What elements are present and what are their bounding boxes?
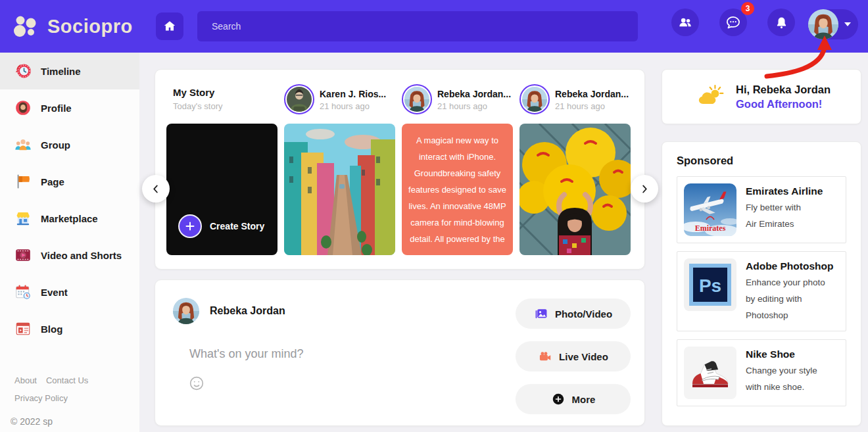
sidebar-item-marketplace[interactable]: Marketplace: [0, 200, 139, 237]
notifications-button[interactable]: [767, 9, 795, 36]
flag-icon: [14, 173, 32, 190]
live-video-label: Live Video: [559, 351, 608, 362]
my-story-title: My Story: [173, 87, 214, 98]
story-user-name: Rebeka Jordan...: [437, 89, 511, 99]
greeting-name: Hi, Rebeka Jordan: [736, 84, 831, 96]
stories-card: My Story Today's story Create Story: [155, 69, 645, 270]
story-user-name: Rebeka Jordan...: [555, 89, 629, 99]
story-photo-balloons[interactable]: [519, 124, 631, 255]
ad-title: Adobe Photoshop: [746, 260, 833, 272]
ad-nike[interactable]: Nike Shoe Change your style with nike sh…: [677, 339, 846, 406]
ad-desc-line: with nike shoe.: [746, 379, 817, 396]
sidebar-item-blog[interactable]: Blog: [0, 310, 139, 347]
copyright-text: © 2022 sp: [0, 416, 139, 427]
create-story-tile[interactable]: Create Story: [166, 124, 277, 255]
about-link[interactable]: About: [14, 375, 37, 385]
story-text: A magical new way to interact with iPhon…: [402, 132, 513, 247]
create-story-plus-icon[interactable]: [178, 214, 202, 238]
friends-icon: [677, 14, 693, 30]
chevron-right-icon: [637, 181, 652, 196]
ad-desc-line: by editing with: [746, 291, 833, 308]
sidebar-item-page[interactable]: Page: [0, 163, 139, 200]
greeting-message: Good Afternoon!: [736, 98, 831, 110]
post-composer-card: Rebeka Jordan What's on your mind? Photo…: [155, 279, 645, 426]
composer-avatar: [173, 298, 199, 324]
storefront-icon: [14, 210, 32, 227]
sponsored-card: Sponsored: [662, 141, 861, 426]
ad-title: Emirates Airline: [746, 185, 823, 197]
sidebar-item-profile[interactable]: Profile: [0, 89, 139, 126]
home-icon: [162, 19, 177, 34]
story-column: Karen J. Rios... 21 hours ago: [284, 80, 395, 255]
sidebar-item-label: Blog: [41, 324, 62, 335]
photo-icon: [534, 306, 548, 321]
left-sidebar: Timeline Profile: [0, 53, 139, 432]
my-story-subtitle: Today's story: [173, 101, 222, 111]
sidebar-item-label: Event: [41, 287, 68, 298]
friends-button[interactable]: [671, 9, 699, 36]
search-input[interactable]: [197, 11, 638, 41]
story-time: 21 hours ago: [555, 101, 629, 111]
ad-desc-line: Change your style: [746, 363, 817, 379]
ad-desc-line: Air Emirates: [746, 216, 823, 233]
greeting-card: Hi, Rebeka Jordan Good Afternoon!: [662, 69, 861, 124]
brand-logo[interactable]: Sociopro: [12, 0, 133, 53]
sidebar-item-label: Marketplace: [41, 213, 98, 224]
sidebar-item-timeline[interactable]: Timeline: [0, 53, 139, 89]
brand-name: Sociopro: [47, 16, 133, 37]
sidebar-item-event[interactable]: Event: [0, 274, 139, 310]
sidebar-item-label: Timeline: [41, 66, 81, 77]
nike-ad-image: [684, 347, 736, 399]
create-story-label: Create Story: [210, 221, 264, 231]
photo-video-button[interactable]: Photo/Video: [516, 299, 631, 329]
ad-emirates[interactable]: Emirates Emirates Airline Fly better wit…: [677, 176, 846, 243]
sun-cloud-icon: [696, 82, 725, 111]
calendar-clock-icon: [14, 283, 32, 300]
video-camera-icon: [538, 349, 552, 364]
stories-prev-button[interactable]: [142, 175, 170, 203]
person-face-icon: [14, 99, 32, 116]
history-clock-icon: [14, 62, 32, 80]
smiley-icon: [188, 375, 205, 392]
story-column: Rebeka Jordan... 21 hours ago: [519, 80, 631, 255]
sponsored-title: Sponsored: [677, 155, 861, 167]
user-menu[interactable]: [808, 9, 858, 39]
sidebar-item-video-shorts[interactable]: Video and Shorts: [0, 237, 139, 274]
sidebar-item-group[interactable]: Group: [0, 126, 139, 163]
story-photo-street[interactable]: [284, 124, 395, 255]
film-play-icon: [14, 247, 32, 264]
home-button[interactable]: [156, 12, 183, 40]
search-bar: [197, 11, 638, 41]
emirates-ad-image: Emirates: [684, 183, 736, 236]
messages-badge: 3: [741, 2, 754, 15]
sidebar-item-label: Profile: [41, 103, 72, 114]
plus-circle-icon: [551, 392, 566, 406]
story-time: 21 hours ago: [437, 101, 511, 111]
post-input[interactable]: What's on your mind?: [189, 347, 304, 361]
webpage-icon: [14, 320, 32, 337]
my-story-column: My Story Today's story Create Story: [166, 80, 277, 255]
bell-icon: [774, 15, 789, 30]
story-time: 21 hours ago: [320, 101, 386, 111]
stories-next-button[interactable]: [631, 175, 658, 203]
live-video-button[interactable]: Live Video: [516, 341, 631, 372]
story-user-name: Karen J. Rios...: [320, 89, 386, 99]
more-button[interactable]: More: [516, 384, 631, 414]
privacy-policy-link[interactable]: Privacy Policy: [14, 393, 68, 403]
emoji-button[interactable]: [188, 375, 205, 392]
photo-video-label: Photo/Video: [555, 308, 612, 320]
user-avatar: [808, 9, 838, 39]
sociopro-logo-icon: [12, 12, 41, 41]
story-column: Rebeka Jordan... 21 hours ago A magical …: [402, 80, 513, 255]
sidebar-item-label: Page: [41, 176, 64, 187]
ps-logo-text: Ps: [699, 276, 721, 296]
chat-icon: [725, 14, 742, 31]
contact-us-link[interactable]: Contact Us: [46, 375, 88, 385]
sidebar-item-label: Video and Shorts: [41, 250, 122, 261]
ad-photoshop[interactable]: Ps Adobe Photoshop Enhance your photo by…: [677, 251, 846, 331]
chevron-left-icon: [149, 181, 163, 196]
more-label: More: [572, 394, 596, 405]
ad-desc-line: Photoshop: [746, 308, 833, 324]
story-text-tile[interactable]: A magical new way to interact with iPhon…: [402, 124, 513, 255]
people-group-icon: [14, 136, 32, 153]
